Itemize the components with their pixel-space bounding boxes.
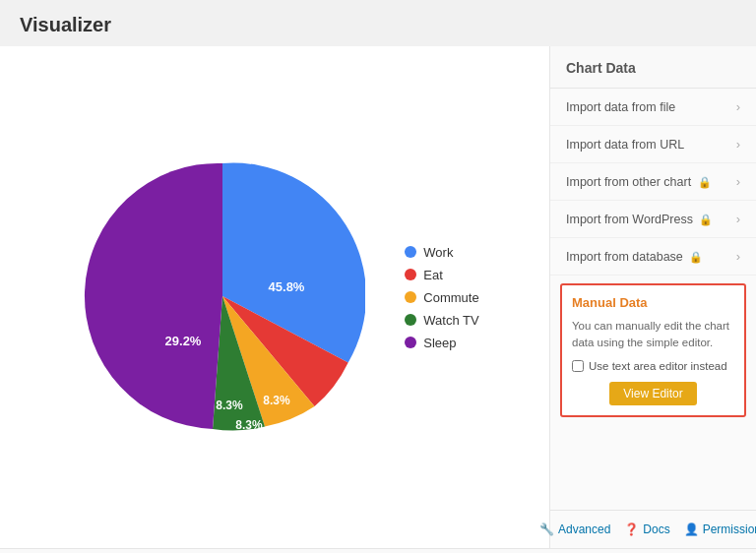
advanced-label: Advanced [558, 522, 610, 536]
chevron-icon-2: › [736, 174, 740, 189]
legend-eat: Eat [405, 268, 478, 282]
import-wp-label: Import from WordPress 🔒 [566, 213, 713, 226]
legend-dot-watchtv [405, 314, 416, 326]
eat-label: 8.3% [264, 394, 291, 407]
commute-label: 8.3% [217, 399, 244, 412]
view-editor-button[interactable]: View Editor [609, 382, 696, 405]
legend-label-commute: Commute [423, 290, 478, 305]
permissions-link[interactable]: 👤 Permissions [684, 522, 756, 536]
legend-commute: Commute [405, 290, 478, 305]
manual-data-desc: You can manually edit the chart data usi… [572, 318, 734, 352]
textarea-editor-label: Use text area editor instead [589, 360, 727, 372]
import-chart-label: Import from other chart 🔒 [566, 175, 712, 189]
chart-container: 45.8% 29.2% 8.3% 8.3% 8.3% Work [80, 154, 478, 442]
sidebar: Chart Data Import data from file › Impor… [549, 46, 756, 548]
sidebar-item-import-url[interactable]: Import data from URL › [550, 126, 756, 163]
sidebar-footer: 🔧 Advanced ❓ Docs 👤 Permissions [550, 510, 756, 548]
page-title: Visualizer [0, 0, 756, 46]
legend-label-sleep: Sleep [423, 336, 456, 350]
chevron-icon-3: › [736, 212, 740, 226]
chart-legend: Work Eat Commute Watch TV [405, 245, 478, 350]
sidebar-item-import-file[interactable]: Import data from file › [550, 89, 756, 126]
textarea-editor-row: Use text area editor instead [572, 360, 734, 372]
page-wrapper: Visualizer [0, 0, 756, 553]
legend-label-eat: Eat [423, 268, 443, 282]
sidebar-item-import-chart[interactable]: Import from other chart 🔒 › [550, 163, 756, 201]
docs-label: Docs [643, 522, 669, 536]
advanced-link[interactable]: 🔧 Advanced [539, 522, 610, 536]
main-content: 45.8% 29.2% 8.3% 8.3% 8.3% Work [0, 46, 756, 548]
legend-dot-commute [405, 291, 416, 303]
manual-data-title: Manual Data [572, 295, 734, 310]
import-url-label: Import data from URL [566, 138, 684, 152]
wrench-icon: 🔧 [539, 522, 554, 536]
sidebar-header: Chart Data [550, 46, 756, 89]
textarea-editor-checkbox[interactable] [572, 360, 584, 372]
sidebar-item-import-wp[interactable]: Import from WordPress 🔒 › [550, 201, 756, 238]
legend-label-work: Work [423, 245, 453, 260]
import-db-label: Import from database 🔒 [566, 250, 703, 264]
bottom-bar: Visualizer © 2019 Create Chart [0, 548, 756, 553]
import-file-label: Import data from file [566, 100, 675, 114]
lock-icon-3: 🔒 [699, 214, 713, 225]
chevron-icon-4: › [736, 249, 740, 264]
sleep-label: 29.2% [165, 334, 202, 348]
permissions-label: Permissions [703, 522, 756, 536]
legend-dot-sleep [405, 337, 416, 348]
docs-icon: ❓ [624, 522, 639, 536]
lock-icon-2: 🔒 [698, 176, 712, 188]
legend-dot-eat [405, 269, 416, 280]
docs-link[interactable]: ❓ Docs [624, 522, 669, 536]
legend-work: Work [405, 245, 478, 260]
chart-area: 45.8% 29.2% 8.3% 8.3% 8.3% Work [0, 46, 549, 548]
legend-dot-work [405, 246, 416, 258]
manual-data-section: Manual Data You can manually edit the ch… [560, 283, 746, 417]
user-icon: 👤 [684, 522, 699, 536]
pie-chart: 45.8% 29.2% 8.3% 8.3% 8.3% [80, 154, 365, 442]
legend-label-watchtv: Watch TV [423, 313, 478, 328]
lock-icon-4: 🔒 [689, 251, 703, 263]
work-label: 45.8% [269, 279, 305, 294]
watchtv-label: 8.3% [236, 418, 264, 432]
chevron-icon-0: › [736, 99, 740, 114]
chevron-icon-1: › [736, 137, 740, 152]
legend-watchtv: Watch TV [405, 313, 478, 328]
legend-sleep: Sleep [405, 336, 478, 350]
sidebar-item-import-db[interactable]: Import from database 🔒 › [550, 238, 756, 276]
